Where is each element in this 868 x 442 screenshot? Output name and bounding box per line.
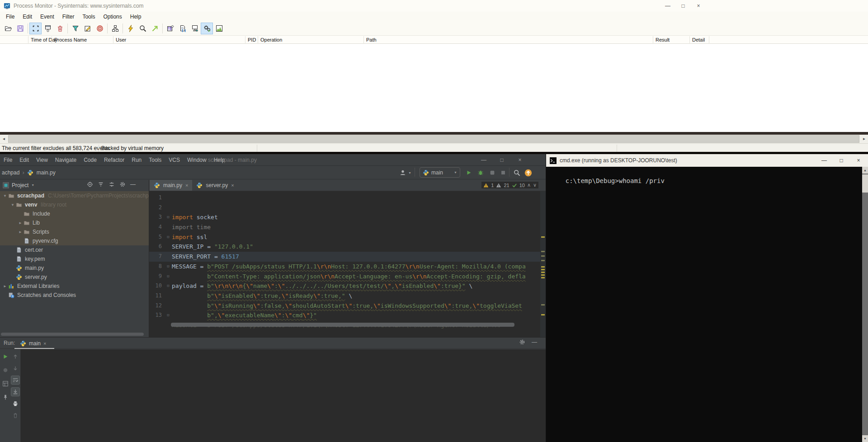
- close-icon[interactable]: ×: [185, 183, 188, 188]
- project-tree-item-server-py[interactable]: server.py: [0, 273, 149, 282]
- fold-marker-icon[interactable]: ⊟: [165, 281, 171, 291]
- fold-marker-icon[interactable]: ⊟: [165, 212, 171, 222]
- search-everywhere-icon[interactable]: [514, 168, 520, 178]
- boot-logging-icon[interactable]: [124, 23, 137, 34]
- code-line-1[interactable]: 1: [149, 193, 540, 203]
- stop-button[interactable]: [500, 168, 506, 178]
- editor-tab-main-py[interactable]: main.py ×: [150, 180, 192, 191]
- menu-window[interactable]: Window: [184, 155, 210, 165]
- fold-marker-icon[interactable]: ⊟: [165, 232, 171, 242]
- code-line-4[interactable]: 4import time: [149, 222, 540, 232]
- error-stripe-mark[interactable]: [541, 272, 545, 273]
- error-stripe-mark[interactable]: [541, 314, 545, 315]
- error-stripe-mark[interactable]: [541, 304, 545, 306]
- run-console-output[interactable]: [21, 349, 546, 442]
- print-button[interactable]: [11, 399, 20, 408]
- project-tree-item-cert-cer[interactable]: cert.cer: [0, 245, 149, 254]
- close-icon[interactable]: ×: [231, 183, 234, 188]
- code-line-7[interactable]: 7SERVER_PORT = 61517: [149, 252, 540, 262]
- collapse-all-icon[interactable]: [98, 181, 104, 188]
- pycharm-minimize-button[interactable]: —: [475, 154, 493, 165]
- debug-button[interactable]: [477, 168, 484, 178]
- chevron-right-icon[interactable]: ►: [17, 230, 24, 234]
- scroll-up-arrow-icon[interactable]: ▲: [862, 167, 868, 174]
- column-header-detail[interactable]: Detail: [692, 37, 705, 42]
- include-process-icon[interactable]: [94, 23, 106, 34]
- cmd-scrollbar-thumb[interactable]: [862, 174, 868, 193]
- code-line-5[interactable]: 5⊟import ssl: [149, 232, 540, 242]
- breadcrumb-project[interactable]: achpad: [2, 169, 19, 176]
- project-tree-item-key-pem[interactable]: key.pem: [0, 254, 149, 263]
- stop-button[interactable]: [1, 366, 10, 375]
- process-activity-icon[interactable]: [201, 23, 213, 34]
- menu-options[interactable]: Options: [99, 13, 126, 21]
- code-line-11[interactable]: 11 b"\"isEnabled\":true,\"isReady\":true…: [149, 291, 540, 301]
- error-stripe-mark[interactable]: [541, 260, 545, 261]
- next-issue-icon[interactable]: ∨: [533, 182, 537, 188]
- fold-marker-icon[interactable]: ⊟: [165, 262, 171, 272]
- project-tree-item-scripts[interactable]: ►Scripts: [0, 227, 149, 236]
- pycharm-close-button[interactable]: ×: [511, 154, 529, 165]
- network-activity-icon[interactable]: [189, 23, 201, 34]
- column-header-path[interactable]: Path: [366, 37, 377, 42]
- menu-tools[interactable]: Tools: [78, 13, 99, 21]
- fold-marker-icon[interactable]: ⊟: [165, 272, 171, 282]
- procmon-maximize-button[interactable]: □: [675, 1, 691, 10]
- project-tree-item-scrachpad[interactable]: ▼scrachpadC:\Users\Tomer\PycharmProjects…: [0, 191, 149, 200]
- project-tree-item-include[interactable]: Include: [0, 209, 149, 218]
- menu-file[interactable]: File: [2, 13, 19, 21]
- procmon-close-button[interactable]: ×: [691, 1, 706, 10]
- cmd-minimize-button[interactable]: —: [816, 155, 833, 165]
- project-tree-item-scratches-and-consoles[interactable]: Scratches and Consoles: [0, 291, 149, 300]
- menu-edit[interactable]: Edit: [16, 155, 33, 165]
- chevron-right-icon[interactable]: ►: [2, 284, 8, 288]
- cmd-terminal[interactable]: c:\temp\Debug>whoami /priv: [546, 167, 862, 442]
- code-line-13[interactable]: 13⊟ b",\"executableName\":\"cmd\"}": [149, 310, 540, 320]
- rerun-button[interactable]: [1, 352, 10, 361]
- procmon-scrollbar-thumb[interactable]: [8, 135, 859, 143]
- vcs-user-icon[interactable]: [400, 168, 406, 178]
- menu-event[interactable]: Event: [36, 13, 58, 21]
- inspections-widget[interactable]: 1 21 10 ∧ ∨: [481, 182, 538, 188]
- pycharm-maximize-button[interactable]: □: [493, 154, 511, 165]
- pin-button[interactable]: [1, 393, 10, 402]
- code-line-12[interactable]: 12 b"\"isRunning\":false,\"shouldAutoSta…: [149, 301, 540, 311]
- menu-edit[interactable]: Edit: [19, 13, 36, 21]
- run-settings-gear-icon[interactable]: [519, 339, 525, 345]
- menu-help[interactable]: Help: [126, 13, 146, 21]
- code-editor[interactable]: 123⊟import socket4import time5⊟import ss…: [149, 191, 540, 337]
- menu-file[interactable]: File: [0, 155, 16, 165]
- error-stripe-mark[interactable]: [541, 251, 545, 252]
- scroll-down-arrow-icon[interactable]: ▼: [862, 435, 868, 442]
- highlight-icon[interactable]: [81, 23, 94, 34]
- column-header-user[interactable]: User: [116, 37, 126, 42]
- hide-icon[interactable]: —: [130, 181, 136, 188]
- error-stripe-mark[interactable]: [541, 269, 545, 270]
- code-line-8[interactable]: 8⊟MESSAGE = b"POST /subApps/status HTTP/…: [149, 262, 540, 272]
- project-tree-item-lib[interactable]: ►Lib: [0, 218, 149, 227]
- menu-filter[interactable]: Filter: [58, 13, 79, 21]
- chevron-right-icon[interactable]: ►: [17, 221, 24, 225]
- project-panel-title[interactable]: Project: [12, 182, 28, 188]
- sort-icon[interactable]: [108, 181, 115, 188]
- error-stripe-mark[interactable]: [541, 255, 545, 257]
- jump-to-icon[interactable]: [149, 23, 161, 34]
- locate-icon[interactable]: [87, 181, 93, 188]
- code-line-2[interactable]: 2: [149, 203, 540, 213]
- menu-run[interactable]: Run: [128, 155, 145, 165]
- fold-marker-icon[interactable]: ⊟: [165, 310, 171, 320]
- procmon-horizontal-scrollbar[interactable]: ◄ ►: [0, 135, 868, 143]
- clear-all-button[interactable]: [11, 411, 20, 420]
- up-arrow-button[interactable]: [11, 352, 20, 361]
- editor-horizontal-scrollbar[interactable]: [171, 323, 514, 327]
- cmd-close-button[interactable]: ×: [850, 155, 867, 165]
- find-icon[interactable]: [137, 23, 149, 34]
- coverage-button[interactable]: [489, 168, 495, 178]
- error-stripe-mark[interactable]: [541, 236, 545, 238]
- profiling-events-icon[interactable]: [213, 23, 225, 34]
- error-stripe-mark[interactable]: [541, 274, 545, 276]
- cmd-scrollbar[interactable]: ▲ ▼: [862, 167, 868, 442]
- breadcrumb-file[interactable]: main.py: [37, 169, 56, 176]
- registry-activity-icon[interactable]: [164, 23, 176, 34]
- project-tree-item-external-libraries[interactable]: ►External Libraries: [0, 282, 149, 291]
